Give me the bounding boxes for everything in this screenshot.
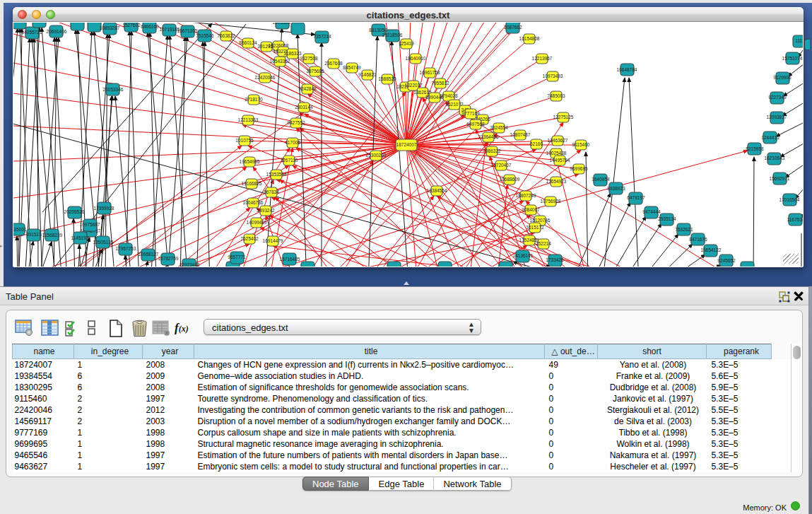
svg-text:16120746: 16120746 <box>530 218 551 223</box>
svg-text:15716485: 15716485 <box>280 257 300 262</box>
svg-text:6479197: 6479197 <box>627 195 645 200</box>
svg-text:10688609: 10688609 <box>500 177 520 182</box>
svg-text:10756928: 10756928 <box>541 199 561 204</box>
svg-text:10025438: 10025438 <box>546 151 567 156</box>
svg-text:2718170: 2718170 <box>245 97 263 102</box>
svg-text:2935134: 2935134 <box>658 216 676 221</box>
svg-text:17359928: 17359928 <box>94 206 114 211</box>
svg-text:1010755: 1010755 <box>235 138 254 143</box>
svg-text:10807487: 10807487 <box>510 132 531 137</box>
svg-text:12213363: 12213363 <box>238 117 259 122</box>
svg-text:22420046: 22420046 <box>255 75 276 80</box>
svg-text:417006: 417006 <box>285 140 300 145</box>
svg-text:7632621: 7632621 <box>675 227 693 232</box>
svg-text:9427552: 9427552 <box>287 120 305 125</box>
svg-text:13463627: 13463627 <box>548 138 568 143</box>
svg-text:8471676: 8471676 <box>689 237 707 242</box>
svg-text:1640954: 1640954 <box>592 177 610 182</box>
svg-text:9327508: 9327508 <box>300 56 318 61</box>
svg-text:10046786: 10046786 <box>243 200 264 205</box>
svg-text:16782759: 16782759 <box>158 256 179 261</box>
svg-text:15751074: 15751074 <box>782 56 803 61</box>
svg-text:9242848: 9242848 <box>298 86 317 91</box>
svg-text:19654985: 19654985 <box>240 159 260 164</box>
svg-text:14136141: 14136141 <box>513 253 534 258</box>
svg-text:8938923: 8938923 <box>607 186 625 191</box>
svg-text:20691406: 20691406 <box>47 29 67 34</box>
svg-text:9146821: 9146821 <box>358 72 377 77</box>
svg-text:7485003: 7485003 <box>547 93 565 98</box>
svg-text:10958127: 10958127 <box>139 252 159 257</box>
svg-text:10973493: 10973493 <box>543 74 563 78</box>
svg-text:10654122: 10654122 <box>701 247 722 252</box>
svg-text:6497568: 6497568 <box>466 122 485 127</box>
svg-text:7357214: 7357214 <box>313 34 331 39</box>
svg-text:15720407: 15720407 <box>491 163 512 168</box>
svg-text:3624554: 3624554 <box>490 125 508 130</box>
svg-text:125419: 125419 <box>399 41 414 46</box>
svg-text:2803144: 2803144 <box>295 105 313 110</box>
svg-text:18640910: 18640910 <box>406 56 426 61</box>
svg-text:12923448: 12923448 <box>180 262 200 267</box>
svg-text:7625402: 7625402 <box>240 236 259 241</box>
svg-text:17016504: 17016504 <box>779 197 800 202</box>
svg-text:7955812: 7955812 <box>431 81 449 86</box>
svg-text:8813054: 8813054 <box>369 28 387 33</box>
svg-text:14495794: 14495794 <box>550 158 570 163</box>
svg-text:12505135: 12505135 <box>93 240 114 245</box>
svg-text:9227349: 9227349 <box>768 95 787 100</box>
svg-text:20053346: 20053346 <box>103 87 124 92</box>
svg-text:7515546: 7515546 <box>196 33 214 38</box>
svg-text:3267110: 3267110 <box>281 158 298 163</box>
svg-text:16671365: 16671365 <box>177 28 198 33</box>
svg-text:252214: 252214 <box>536 241 551 246</box>
svg-text:2367608: 2367608 <box>324 61 343 66</box>
svg-text:16033809: 16033809 <box>273 23 293 25</box>
svg-text:1112: 1112 <box>795 38 803 43</box>
svg-text:9084067: 9084067 <box>522 207 540 212</box>
svg-text:7663822: 7663822 <box>217 33 235 38</box>
svg-text:867834: 867834 <box>264 189 279 194</box>
svg-text:17957253: 17957253 <box>116 246 136 251</box>
svg-text:16961758: 16961758 <box>420 70 440 75</box>
svg-text:10975887: 10975887 <box>80 222 100 227</box>
svg-text:62160: 62160 <box>530 141 543 146</box>
svg-text:20206526: 20206526 <box>64 209 85 214</box>
svg-text:8660124: 8660124 <box>239 40 257 45</box>
svg-text:16648784: 16648784 <box>617 67 637 72</box>
svg-text:391513: 391513 <box>26 232 42 237</box>
svg-text:8454749: 8454749 <box>343 65 361 70</box>
svg-text:1435001: 1435001 <box>13 227 27 232</box>
svg-text:7986322: 7986322 <box>483 148 501 153</box>
svg-text:25300203: 25300203 <box>366 153 387 158</box>
svg-text:9794028: 9794028 <box>440 93 458 98</box>
svg-text:16154808: 16154808 <box>519 36 540 41</box>
svg-text:9129906: 9129906 <box>773 75 792 80</box>
svg-text:1733426: 1733426 <box>546 257 564 262</box>
svg-text:9699695: 9699695 <box>570 166 588 171</box>
svg-text:9115460: 9115460 <box>572 142 590 147</box>
svg-text:18807249: 18807249 <box>516 193 536 198</box>
svg-text:1588520: 1588520 <box>378 76 396 81</box>
svg-text:5493242: 5493242 <box>257 208 275 213</box>
svg-text:19218506: 19218506 <box>382 33 403 37</box>
svg-text:14099489: 14099489 <box>247 220 267 225</box>
svg-text:9777169: 9777169 <box>461 111 480 116</box>
svg-text:9657771: 9657771 <box>228 255 246 259</box>
svg-text:9474444: 9474444 <box>642 209 661 214</box>
svg-text:15353594: 15353594 <box>266 172 287 177</box>
svg-text:12093837: 12093837 <box>767 115 787 119</box>
svg-text:1322037: 1322037 <box>404 83 423 88</box>
svg-text:19166825: 19166825 <box>242 181 262 186</box>
svg-text:1244415: 1244415 <box>761 135 779 140</box>
svg-text:16914479: 16914479 <box>263 238 283 243</box>
svg-text:3875685: 3875685 <box>306 69 324 74</box>
svg-text:14055721: 14055721 <box>22 30 42 35</box>
svg-text:18724007: 18724007 <box>396 142 417 147</box>
svg-text:1145193: 1145193 <box>71 235 89 240</box>
svg-text:1615172: 1615172 <box>526 225 544 230</box>
svg-text:21364436: 21364436 <box>478 134 499 139</box>
svg-text:12213967: 12213967 <box>532 56 553 61</box>
svg-text:11568239: 11568239 <box>42 233 63 238</box>
svg-text:9245652: 9245652 <box>717 258 736 263</box>
